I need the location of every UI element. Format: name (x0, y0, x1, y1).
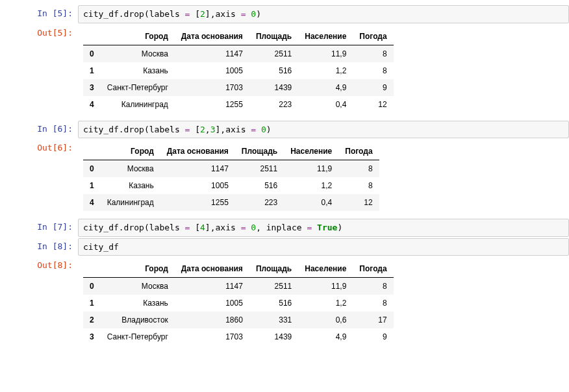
cell: 12 (353, 96, 393, 113)
col-header: Город (101, 260, 175, 278)
cell: 1005 (175, 295, 249, 312)
code-input-5[interactable]: city_df.drop(labels = [2],axis = 0) (78, 5, 569, 23)
table-row: 1Казань10055161,28 (83, 295, 394, 312)
row-index: 1 (83, 177, 101, 194)
row-index: 3 (83, 79, 101, 96)
cell-out-6: Out[6]: Город Дата основания Площадь Нас… (0, 140, 569, 217)
cell: 516 (249, 62, 298, 79)
table-row: 1Казань10055161,28 (83, 62, 394, 79)
cell-in-7: In [7]: city_df.drop(labels = [4],axis =… (0, 219, 569, 237)
code-input-6[interactable]: city_df.drop(labels = [2,3],axis = 0) (78, 121, 569, 139)
col-header: Дата основания (175, 260, 249, 278)
table-row: 3Санкт-Петербург170314394,99 (83, 79, 394, 96)
col-header: Население (298, 28, 353, 45)
cell-in-8: In [8]: city_df (0, 238, 569, 256)
cell: 0,4 (298, 96, 353, 113)
col-header: Погода (353, 260, 393, 278)
cell: Калининград (101, 194, 160, 211)
cell-in-5: In [5]: city_df.drop(labels = [2],axis =… (0, 5, 569, 23)
col-header: Площадь (235, 143, 284, 160)
cell: Казань (101, 177, 160, 194)
row-index: 0 (83, 278, 101, 295)
cell: 2511 (235, 160, 284, 178)
row-index: 0 (83, 45, 101, 62)
cell: 4,9 (298, 79, 353, 96)
cell: 8 (353, 278, 393, 295)
cell: 8 (353, 62, 393, 79)
cell: Калининград (101, 96, 175, 113)
cell: 1005 (175, 62, 249, 79)
col-header: Площадь (249, 28, 298, 45)
cell: 331 (249, 312, 298, 328)
prompt-out-5: Out[5]: (0, 25, 78, 119)
row-index: 1 (83, 62, 101, 79)
cell-out-8: Out[8]: Город Дата основания Площадь Нас… (0, 257, 569, 352)
col-header: Дата основания (175, 28, 249, 45)
cell: 0,6 (298, 312, 353, 328)
row-index: 1 (83, 295, 101, 312)
table-row: 4Калининград12552230,412 (83, 96, 394, 113)
cell: Москва (101, 278, 175, 295)
table-row: 0Москва1147251111,98 (83, 278, 394, 295)
cell-in-6: In [6]: city_df.drop(labels = [2,3],axis… (0, 121, 569, 139)
cell: 1703 (175, 79, 249, 96)
cell: Казань (101, 295, 175, 312)
output-8: Город Дата основания Площадь Население П… (78, 257, 569, 352)
cell: 4,9 (298, 328, 353, 345)
cell: 1860 (175, 312, 249, 328)
dataframe-8: Город Дата основания Площадь Население П… (83, 260, 394, 345)
index-header (83, 260, 101, 278)
cell: Санкт-Петербург (101, 79, 175, 96)
dataframe-5: Город Дата основания Площадь Население П… (83, 28, 394, 113)
cell: 1,2 (298, 295, 353, 312)
prompt-out-6: Out[6]: (0, 140, 78, 217)
cell: 223 (235, 194, 284, 211)
cell: Владивосток (101, 312, 175, 328)
cell: 1255 (160, 194, 235, 211)
col-header: Население (284, 143, 338, 160)
cell: 8 (338, 160, 379, 178)
cell: 2511 (249, 45, 298, 62)
cell: 1703 (175, 328, 249, 345)
table-row: 0Москва1147251111,98 (83, 45, 394, 62)
index-header (83, 28, 101, 45)
col-header: Дата основания (160, 143, 235, 160)
cell: 9 (353, 79, 393, 96)
cell: 8 (338, 177, 379, 194)
cell: 17 (353, 312, 393, 328)
col-header: Погода (353, 28, 393, 45)
cell: 1147 (175, 45, 249, 62)
cell: 11,9 (298, 278, 353, 295)
cell: 1005 (160, 177, 235, 194)
row-index: 4 (83, 96, 101, 113)
table-row: 4Калининград12552230,412 (83, 194, 379, 211)
cell: 8 (353, 45, 393, 62)
prompt-in-6: In [6]: (0, 121, 78, 139)
table-row: 2Владивосток18603310,617 (83, 312, 394, 328)
prompt-in-8: In [8]: (0, 238, 78, 256)
col-header: Погода (338, 143, 379, 160)
cell: 9 (353, 328, 393, 345)
cell: 1255 (175, 96, 249, 113)
cell: 516 (235, 177, 284, 194)
code-input-8[interactable]: city_df (78, 238, 569, 256)
row-index: 0 (83, 160, 101, 178)
cell: Москва (101, 160, 160, 178)
row-index: 4 (83, 194, 101, 211)
cell: 8 (353, 295, 393, 312)
cell: 2511 (249, 278, 298, 295)
prompt-in-5: In [5]: (0, 5, 78, 23)
table-row: 0Москва1147251111,98 (83, 160, 379, 178)
cell: 11,9 (298, 45, 353, 62)
table-row: 3Санкт-Петербург170314394,99 (83, 328, 394, 345)
dataframe-6: Город Дата основания Площадь Население П… (83, 143, 379, 211)
col-header: Население (298, 260, 353, 278)
cell: 223 (249, 96, 298, 113)
cell: 516 (249, 295, 298, 312)
row-index: 2 (83, 312, 101, 328)
col-header: Город (101, 143, 160, 160)
output-6: Город Дата основания Площадь Население П… (78, 140, 569, 217)
code-input-7[interactable]: city_df.drop(labels = [4],axis = 0, inpl… (78, 219, 569, 237)
cell: 1147 (175, 278, 249, 295)
index-header (83, 143, 101, 160)
